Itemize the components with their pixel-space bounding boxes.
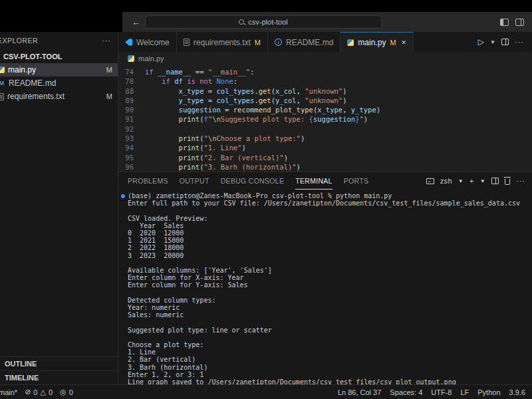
split-editor-icon[interactable] (501, 39, 509, 45)
sidebar-section-outline[interactable]: ›OUTLINE (0, 356, 118, 370)
new-terminal-button[interactable]: + (469, 177, 474, 185)
line-number: 91 (118, 114, 145, 124)
sidebar-section-timeline[interactable]: ›TIMELINE (0, 370, 118, 384)
toggle-sidebar-icon[interactable] (500, 19, 509, 26)
terminal-text: 2. Bar (vertical) (128, 356, 196, 363)
vscode-icon (125, 39, 132, 46)
titlebar-left-cutoff (0, 12, 122, 32)
vscode-window: ← → csv-plot-tool EXPLORER ··· ▾ CSV-PLO… (0, 12, 532, 399)
file-item-README.md[interactable]: MREADME.md (0, 76, 118, 90)
breadcrumb[interactable]: main.py (118, 52, 532, 65)
panel-tab-terminal[interactable]: TERMINAL (295, 172, 332, 190)
new-terminal-dropdown-icon[interactable]: ▼ (480, 178, 485, 184)
terminal-line: CSV loaded. Preview: (128, 215, 532, 222)
terminal-text: 1 2021 15000 (128, 237, 184, 244)
run-button[interactable]: ▷ (478, 37, 484, 47)
customize-layout-icon[interactable] (515, 19, 524, 26)
panel-tab-label: OUTPUT (180, 177, 209, 185)
panel-tab-ports[interactable]: PORTS (344, 172, 368, 190)
panel-tab-label: PORTS (344, 177, 368, 185)
terminal-line: Sales: numeric (128, 311, 532, 319)
file-name: requirements.txt (7, 92, 65, 101)
code-line: 93 print("\nChoose a plot type:") (118, 134, 532, 143)
terminal-text: Enter column for Y-axis: Sales (128, 281, 248, 289)
eol-item[interactable]: LF (460, 388, 469, 396)
explorer-more-icon[interactable]: ··· (102, 37, 111, 45)
back-icon[interactable]: ← (132, 17, 140, 27)
chevron-down-icon: ▾ (0, 53, 1, 60)
line-number: 88 (118, 86, 145, 96)
code-line: 90 suggestion = recommend_plot_type(x_ty… (118, 105, 532, 114)
shell-dropdown-icon[interactable]: ▼ (458, 178, 464, 184)
panel-tab-label: PROBLEMS (128, 177, 168, 185)
tab-modified-badge: M (255, 39, 261, 47)
chevron-right-icon: › (0, 360, 3, 368)
code-line: 89 y_type = col_types.get(y_col, "unknow… (118, 96, 532, 105)
panel-more-icon[interactable]: ··· (516, 177, 525, 185)
search-text: csv-plot-tool (248, 18, 287, 26)
close-icon[interactable]: × (402, 38, 406, 47)
run-dropdown-icon[interactable]: ▼ (490, 39, 495, 45)
terminal-text: 2 2022 18000 (128, 244, 184, 251)
tab-main.py[interactable]: main.pyM× (340, 32, 413, 52)
tab-modified-badge: M (390, 39, 396, 47)
encoding-item[interactable]: UTF-8 (431, 388, 452, 396)
command-center-search[interactable]: csv-plot-tool (145, 15, 382, 29)
markdown-icon: M (0, 80, 5, 87)
tab-label: README.md (286, 38, 333, 47)
line-number: 92 (118, 124, 145, 134)
terminal-line: Enter 1, 2, or 3: 1 (128, 371, 532, 378)
code-line: 88 x_type = col_types.get(x_col, "unknow… (118, 86, 532, 96)
code-text: y_type = col_types.get(y_col, "unknown") (145, 96, 347, 105)
file-item-requirements.txt[interactable]: requirements.txtM (0, 90, 118, 103)
language-item[interactable]: Python (477, 388, 500, 396)
command-decoration-dot[interactable] (121, 194, 125, 198)
line-number: 94 (118, 143, 145, 152)
code-text: print("1. Line") (145, 143, 246, 152)
panel-tab-label: TERMINAL (295, 177, 332, 185)
kill-terminal-icon[interactable] (505, 179, 510, 185)
project-root[interactable]: ▾ CSV-PLOT-TOOL (0, 49, 118, 63)
bottom-panel: PROBLEMSOUTPUTDEBUG CONSOLETERMINALPORTS… (118, 172, 532, 384)
code-line: 78 if df is not None: (118, 76, 532, 86)
line-number: 74 (118, 67, 145, 76)
line-number: 95 (118, 153, 145, 162)
terminal-text: 1. Line (128, 348, 156, 356)
terminal-line: Enter full path to your CSV file: /Users… (128, 200, 532, 207)
terminal-line: Year Sales (128, 222, 532, 229)
panel-tabs: PROBLEMSOUTPUTDEBUG CONSOLETERMINALPORTS (128, 172, 368, 190)
indentation-item[interactable]: Spaces: 4 (390, 388, 422, 396)
panel-tab-debug-console[interactable]: DEBUG CONSOLE (221, 172, 285, 190)
code-line: 94 print("1. Line") (118, 143, 532, 152)
tab-requirements.txt[interactable]: requirements.txtM (177, 32, 268, 52)
split-terminal-icon[interactable] (491, 178, 499, 184)
tab-README.md[interactable]: iREADME.md (268, 32, 340, 52)
sidebar-bottom-sections: ›OUTLINE›TIMELINE (0, 356, 118, 384)
file-item-main.py[interactable]: main.pyM (0, 63, 118, 76)
terminal-text: Suggested plot type: line or scatter (128, 327, 272, 334)
code-editor[interactable]: 74if __name__ == "__main__":78 if df is … (118, 65, 532, 172)
tab-strip: Welcomerequirements.txtMiREADME.mdmain.p… (118, 32, 414, 52)
info-icon: i (275, 39, 282, 46)
terminal-text: CSV loaded. Preview: (128, 215, 207, 222)
tab-Welcome[interactable]: Welcome (118, 32, 177, 52)
panel-header: PROBLEMSOUTPUTDEBUG CONSOLETERMINALPORTS… (118, 172, 532, 190)
problems-item[interactable]: ⊘ 0 △ 0 (25, 388, 53, 396)
terminal-text (128, 319, 132, 326)
terminal-line (128, 334, 532, 341)
python-version-item[interactable]: 3.9.6 (509, 388, 525, 396)
python-icon (347, 39, 354, 46)
panel-tab-problems[interactable]: PROBLEMS (128, 172, 168, 190)
shell-selector[interactable]: zsh (440, 177, 452, 185)
terminal-text (128, 334, 132, 341)
project-name: CSV-PLOT-TOOL (3, 53, 62, 61)
breadcrumb-file: main.py (138, 55, 164, 63)
panel-tab-output[interactable]: OUTPUT (180, 172, 209, 190)
ports-item[interactable]: ◎ 0 (60, 388, 73, 396)
git-branch-item[interactable]: main* (0, 388, 17, 396)
editor-more-icon[interactable]: ··· (515, 38, 524, 46)
cursor-position-item[interactable]: Ln 86, Col 37 (338, 388, 381, 396)
terminal-output[interactable]: (base) zanetipton@Zanes-MacBook-Pro csv-… (118, 190, 532, 384)
terminal-line: Detected column types: (128, 297, 532, 304)
terminal-text: 3 2023 20000 (128, 252, 184, 259)
